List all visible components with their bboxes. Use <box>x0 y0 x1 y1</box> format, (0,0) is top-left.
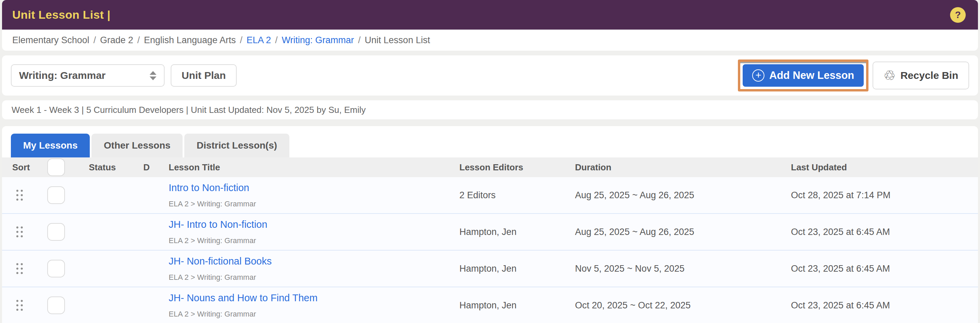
table-row: JH- Intro to Non-fiction ELA 2 > Writing… <box>2 214 978 251</box>
unit-info-bar: Week 1 - Week 3 | 5 Curriculum Developer… <box>2 100 978 119</box>
add-new-lesson-label: Add New Lesson <box>769 69 854 81</box>
select-arrows-icon <box>150 71 156 80</box>
unit-plan-button[interactable]: Unit Plan <box>171 64 237 87</box>
recycle-bin-label: Recycle Bin <box>900 70 958 81</box>
breadcrumb-separator: / <box>275 35 278 46</box>
lesson-path: ELA 2 > Writing: Grammar <box>169 200 454 208</box>
duration-cell: Aug 25, 2025 ~ Aug 26, 2025 <box>570 227 784 237</box>
duration-cell: Nov 5, 2025 ~ Nov 5, 2025 <box>570 264 784 274</box>
page-title: Unit Lesson List | <box>12 8 110 21</box>
duration-cell: Aug 25, 2025 ~ Aug 26, 2025 <box>570 190 784 200</box>
lesson-title-link[interactable]: JH- Non-fictional Books <box>169 256 272 267</box>
table-row: JH- Non-fictional Books ELA 2 > Writing:… <box>2 251 978 287</box>
lesson-list-panel: My Lessons Other Lessons District Lesson… <box>2 126 978 323</box>
lesson-path: ELA 2 > Writing: Grammar <box>169 236 454 245</box>
lesson-title-link[interactable]: JH- Nouns and How to Find Them <box>169 293 318 304</box>
breadcrumb-item: English Language Arts <box>144 35 235 46</box>
row-checkbox[interactable] <box>47 186 65 204</box>
help-icon[interactable]: ? <box>950 7 966 23</box>
breadcrumb-item[interactable]: Writing: Grammar <box>282 35 354 46</box>
table-header-row: Sort Status D Lesson Title Lesson Editor… <box>2 158 978 177</box>
unit-select[interactable]: Writing: Grammar <box>11 64 165 87</box>
column-header-status[interactable]: Status <box>73 162 131 173</box>
drag-handle-icon[interactable] <box>16 190 23 200</box>
breadcrumb-separator: / <box>240 35 242 46</box>
table-row: Intro to Non-fiction ELA 2 > Writing: Gr… <box>2 177 978 214</box>
plus-circle-icon: + <box>752 69 764 81</box>
select-all-checkbox[interactable] <box>47 158 65 176</box>
last-updated-cell: Oct 23, 2025 at 6:45 AM <box>784 300 978 311</box>
lesson-tabs: My Lessons Other Lessons District Lesson… <box>11 134 978 158</box>
column-header-lesson-title[interactable]: Lesson Title <box>162 162 454 173</box>
breadcrumb-separator: / <box>94 35 96 46</box>
lesson-editors-cell: 2 Editors <box>454 190 570 200</box>
drag-handle-icon[interactable] <box>16 263 23 274</box>
tab-my-lessons[interactable]: My Lessons <box>11 134 90 158</box>
lesson-editors-cell: Hampton, Jen <box>454 227 570 237</box>
table-row: JH- Nouns and How to Find Them ELA 2 > W… <box>2 287 978 323</box>
toolbar: Writing: Grammar Unit Plan + Add New Les… <box>2 56 978 95</box>
breadcrumb-item: Elementary School <box>12 35 89 46</box>
toolbar-right: + Add New Lesson ♲ Recycle Bin <box>738 59 969 91</box>
column-header-sort[interactable]: Sort <box>2 162 40 173</box>
column-header-last-updated[interactable]: Last Updated <box>784 162 978 173</box>
lesson-table-body: Intro to Non-fiction ELA 2 > Writing: Gr… <box>2 177 978 323</box>
add-new-lesson-button[interactable]: + Add New Lesson <box>743 64 864 87</box>
breadcrumb-separator: / <box>137 35 140 46</box>
last-updated-cell: Oct 23, 2025 at 6:45 AM <box>784 264 978 274</box>
last-updated-cell: Oct 23, 2025 at 6:45 AM <box>784 227 978 237</box>
column-header-d[interactable]: D <box>131 162 162 173</box>
recycle-icon: ♲ <box>883 69 896 82</box>
column-header-lesson-editors[interactable]: Lesson Editors <box>454 162 570 173</box>
unit-select-value: Writing: Grammar <box>19 70 106 81</box>
lesson-path: ELA 2 > Writing: Grammar <box>169 310 454 318</box>
lesson-editors-cell: Hampton, Jen <box>454 264 570 274</box>
last-updated-cell: Oct 28, 2025 at 7:14 PM <box>784 190 978 200</box>
tab-district-lessons[interactable]: District Lesson(s) <box>184 134 290 158</box>
breadcrumb-item: Grade 2 <box>100 35 133 46</box>
row-checkbox[interactable] <box>47 296 65 314</box>
tab-other-lessons[interactable]: Other Lessons <box>91 134 183 158</box>
lesson-title-link[interactable]: JH- Intro to Non-fiction <box>169 219 267 230</box>
drag-handle-icon[interactable] <box>16 300 23 311</box>
unit-info-text: Week 1 - Week 3 | 5 Curriculum Developer… <box>11 105 366 115</box>
breadcrumb-item: Unit Lesson List <box>365 35 430 46</box>
annotation-highlight: + Add New Lesson <box>738 59 869 91</box>
lesson-editors-cell: Hampton, Jen <box>454 300 570 311</box>
row-checkbox[interactable] <box>47 223 65 241</box>
app-header: Unit Lesson List | ? <box>2 0 978 30</box>
column-header-duration[interactable]: Duration <box>570 162 784 173</box>
drag-handle-icon[interactable] <box>16 226 23 237</box>
breadcrumb-item[interactable]: ELA 2 <box>247 35 271 46</box>
lesson-path: ELA 2 > Writing: Grammar <box>169 273 454 282</box>
recycle-bin-button[interactable]: ♲ Recycle Bin <box>873 62 969 89</box>
breadcrumb: Elementary School/Grade 2/English Langua… <box>2 30 978 51</box>
row-checkbox[interactable] <box>47 260 65 277</box>
breadcrumb-separator: / <box>358 35 361 46</box>
duration-cell: Oct 20, 2025 ~ Oct 22, 2025 <box>570 300 784 311</box>
lesson-title-link[interactable]: Intro to Non-fiction <box>169 182 249 194</box>
